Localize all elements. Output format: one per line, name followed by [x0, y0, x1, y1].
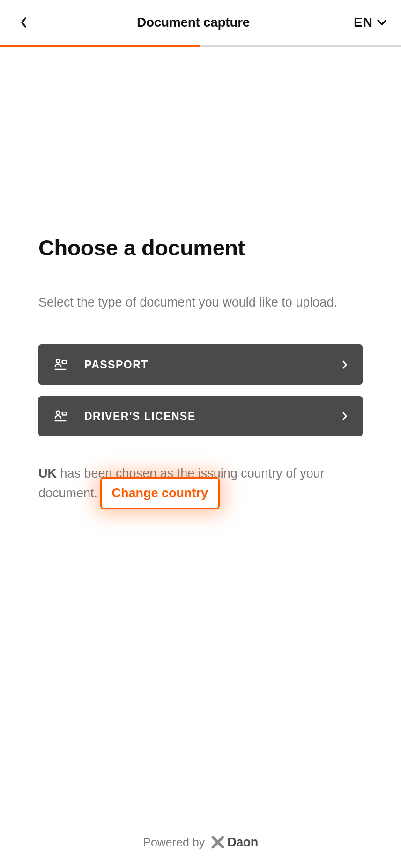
chevron-left-icon [20, 17, 27, 28]
id-card-icon [53, 409, 67, 423]
header: Document capture EN [0, 0, 401, 45]
chevron-right-icon [342, 360, 348, 369]
content-title: Choose a document [38, 235, 363, 261]
drivers-license-button[interactable]: DRIVER'S LICENSE [38, 396, 363, 436]
page-title: Document capture [137, 15, 250, 30]
language-label: EN [354, 15, 373, 30]
svg-rect-1 [62, 360, 67, 363]
back-button[interactable] [14, 17, 33, 28]
svg-rect-3 [62, 412, 67, 415]
passport-label: PASSPORT [84, 359, 342, 371]
language-selector[interactable]: EN [354, 15, 387, 30]
country-info: UK has been chosen as the issuing countr… [38, 464, 363, 504]
x-icon [211, 836, 224, 849]
drivers-license-label: DRIVER'S LICENSE [84, 410, 342, 423]
footer: Powered by Daon [0, 816, 401, 868]
brand-logo: Daon [211, 835, 258, 850]
svg-point-2 [56, 411, 60, 415]
chevron-down-icon [377, 19, 387, 26]
change-country-link[interactable]: Change country [100, 477, 220, 509]
main-content: Choose a document Select the type of doc… [0, 235, 401, 504]
svg-point-0 [56, 359, 60, 363]
country-code: UK [38, 466, 57, 480]
powered-by-label: Powered by [143, 836, 205, 849]
passport-button[interactable]: PASSPORT [38, 344, 363, 385]
progress-fill [0, 45, 200, 47]
chevron-right-icon [342, 412, 348, 421]
brand-name: Daon [227, 835, 258, 850]
content-subtitle: Select the type of document you would li… [38, 293, 363, 312]
progress-bar [0, 45, 401, 47]
id-card-icon [53, 358, 67, 372]
